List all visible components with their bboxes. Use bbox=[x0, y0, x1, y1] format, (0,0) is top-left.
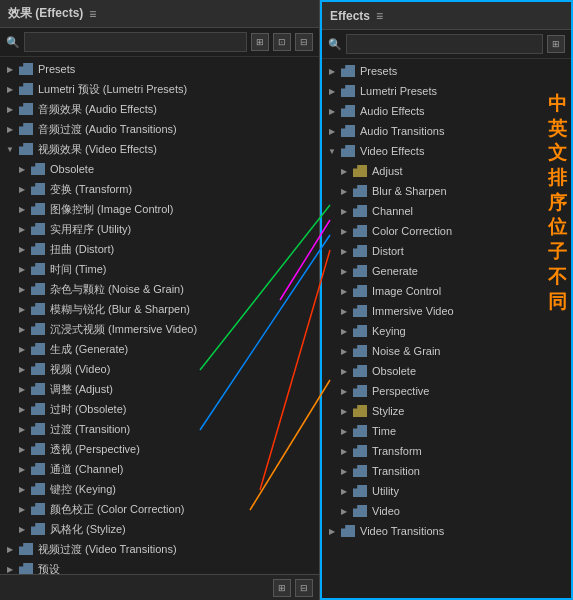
tree-item-time[interactable]: 时间 (Time) bbox=[0, 259, 319, 279]
r-tree-item-obsolete[interactable]: Obsolete bbox=[322, 361, 571, 381]
tree-item-generate[interactable]: 生成 (Generate) bbox=[0, 339, 319, 359]
folder-icon-channel bbox=[31, 463, 45, 475]
r-tree-item-audio-transitions[interactable]: Audio Transitions bbox=[322, 121, 571, 141]
item-label-distort: 扭曲 (Distort) bbox=[50, 242, 114, 257]
tree-item-video-transitions[interactable]: 视频过渡 (Video Transitions) bbox=[0, 539, 319, 559]
r-tree-item-blur-sharpen[interactable]: Blur & Sharpen bbox=[322, 181, 571, 201]
r-item-label-immersive: Immersive Video bbox=[372, 305, 454, 317]
tree-item-channel[interactable]: 通道 (Channel) bbox=[0, 459, 319, 479]
right-search-input[interactable] bbox=[346, 34, 543, 54]
tree-item-audio-effects[interactable]: 音频效果 (Audio Effects) bbox=[0, 99, 319, 119]
r-tree-item-channel[interactable]: Channel bbox=[322, 201, 571, 221]
tree-item-distort[interactable]: 扭曲 (Distort) bbox=[0, 239, 319, 259]
chevron-presets2 bbox=[4, 563, 16, 574]
right-search-bar: 🔍 ⊞ bbox=[322, 30, 571, 59]
tree-item-immersive[interactable]: 沉浸式视频 (Immersive Video) bbox=[0, 319, 319, 339]
r-item-label-color-correction: Color Correction bbox=[372, 225, 452, 237]
r-item-label-transition: Transition bbox=[372, 465, 420, 477]
left-bottom-icon-1[interactable]: ⊞ bbox=[273, 579, 291, 597]
r-tree-item-presets[interactable]: Presets bbox=[322, 61, 571, 81]
folder-icon-keying bbox=[31, 483, 45, 495]
item-label-immersive: 沉浸式视频 (Immersive Video) bbox=[50, 322, 197, 337]
r-item-label-lumetri: Lumetri Presets bbox=[360, 85, 437, 97]
tree-item-image-control[interactable]: 图像控制 (Image Control) bbox=[0, 199, 319, 219]
tree-item-obsolete[interactable]: Obsolete bbox=[0, 159, 319, 179]
item-label-obsolete: Obsolete bbox=[50, 163, 94, 175]
left-bottom-icon-2[interactable]: ⊟ bbox=[295, 579, 313, 597]
chevron-obsolete bbox=[16, 163, 28, 175]
r-chevron-color-correction bbox=[338, 225, 350, 237]
right-panel-menu-icon[interactable]: ≡ bbox=[376, 9, 383, 23]
r-tree-item-transition[interactable]: Transition bbox=[322, 461, 571, 481]
tree-item-noise-grain[interactable]: 杂色与颗粒 (Noise & Grain) bbox=[0, 279, 319, 299]
tree-item-video[interactable]: 视频 (Video) bbox=[0, 359, 319, 379]
left-toolbar-icon-1[interactable]: ⊞ bbox=[251, 33, 269, 51]
tree-item-utility[interactable]: 实用程序 (Utility) bbox=[0, 219, 319, 239]
item-label-utility: 实用程序 (Utility) bbox=[50, 222, 131, 237]
r-tree-item-lumetri[interactable]: Lumetri Presets bbox=[322, 81, 571, 101]
chinese-char-6: 位 bbox=[548, 215, 567, 240]
item-label-lumetri: Lumetri 预设 (Lumetri Presets) bbox=[38, 82, 187, 97]
chevron-distort bbox=[16, 243, 28, 255]
tree-item-transform[interactable]: 变换 (Transform) bbox=[0, 179, 319, 199]
chevron-blur-sharpen bbox=[16, 303, 28, 315]
r-item-label-obsolete: Obsolete bbox=[372, 365, 416, 377]
left-toolbar-icon-2[interactable]: ⊡ bbox=[273, 33, 291, 51]
tree-item-presets2[interactable]: 预设 bbox=[0, 559, 319, 574]
r-tree-item-video[interactable]: Video bbox=[322, 501, 571, 521]
item-label-color-correction: 颜色校正 (Color Correction) bbox=[50, 502, 184, 517]
left-effects-panel: 效果 (Effects) ≡ 🔍 ⊞ ⊡ ⊟ Presets Lumetri 预… bbox=[0, 0, 320, 600]
r-tree-item-color-correction[interactable]: Color Correction bbox=[322, 221, 571, 241]
item-label-transition: 过渡 (Transition) bbox=[50, 422, 130, 437]
tree-item-video-effects[interactable]: 视频效果 (Video Effects) bbox=[0, 139, 319, 159]
r-tree-item-distort[interactable]: Distort bbox=[322, 241, 571, 261]
r-tree-item-immersive[interactable]: Immersive Video bbox=[322, 301, 571, 321]
r-tree-item-transform[interactable]: Transform bbox=[322, 441, 571, 461]
r-item-label-channel: Channel bbox=[372, 205, 413, 217]
tree-item-color-correction[interactable]: 颜色校正 (Color Correction) bbox=[0, 499, 319, 519]
item-label-perspective: 透视 (Perspective) bbox=[50, 442, 140, 457]
r-tree-item-video-transitions[interactable]: Video Transitions bbox=[322, 521, 571, 541]
left-panel-menu-icon[interactable]: ≡ bbox=[89, 7, 96, 21]
item-label-image-control: 图像控制 (Image Control) bbox=[50, 202, 173, 217]
folder-icon-generate bbox=[31, 343, 45, 355]
item-label-presets: Presets bbox=[38, 63, 75, 75]
folder-icon-video bbox=[31, 363, 45, 375]
left-search-input[interactable] bbox=[24, 32, 247, 52]
r-tree-item-utility[interactable]: Utility bbox=[322, 481, 571, 501]
left-panel-header: 效果 (Effects) ≡ bbox=[0, 0, 319, 28]
r-chevron-video-effects bbox=[326, 145, 338, 157]
right-tree-container: Presets Lumetri Presets Audio Effects Au… bbox=[322, 59, 571, 598]
r-chevron-transform bbox=[338, 445, 350, 457]
right-toolbar-icon-1[interactable]: ⊞ bbox=[547, 35, 565, 53]
r-tree-item-keying[interactable]: Keying bbox=[322, 321, 571, 341]
r-folder-icon-generate bbox=[353, 265, 367, 277]
r-tree-item-noise-grain[interactable]: Noise & Grain bbox=[322, 341, 571, 361]
tree-item-adjust[interactable]: 调整 (Adjust) bbox=[0, 379, 319, 399]
r-tree-item-generate[interactable]: Generate bbox=[322, 261, 571, 281]
r-tree-item-perspective[interactable]: Perspective bbox=[322, 381, 571, 401]
right-search-icon: 🔍 bbox=[328, 38, 342, 51]
tree-item-audio-transitions[interactable]: 音频过渡 (Audio Transitions) bbox=[0, 119, 319, 139]
chevron-obsolete2 bbox=[16, 403, 28, 415]
r-tree-item-time[interactable]: Time bbox=[322, 421, 571, 441]
r-tree-item-adjust[interactable]: Adjust bbox=[322, 161, 571, 181]
tree-item-transition[interactable]: 过渡 (Transition) bbox=[0, 419, 319, 439]
tree-item-blur-sharpen[interactable]: 模糊与锐化 (Blur & Sharpen) bbox=[0, 299, 319, 319]
r-chevron-distort bbox=[338, 245, 350, 257]
tree-item-lumetri[interactable]: Lumetri 预设 (Lumetri Presets) bbox=[0, 79, 319, 99]
tree-item-keying[interactable]: 键控 (Keying) bbox=[0, 479, 319, 499]
r-folder-icon-distort bbox=[353, 245, 367, 257]
r-tree-item-stylize[interactable]: Stylize bbox=[322, 401, 571, 421]
r-tree-item-video-effects[interactable]: Video Effects bbox=[322, 141, 571, 161]
tree-item-presets[interactable]: Presets bbox=[0, 59, 319, 79]
tree-item-obsolete2[interactable]: 过时 (Obsolete) bbox=[0, 399, 319, 419]
r-tree-item-audio-effects[interactable]: Audio Effects bbox=[322, 101, 571, 121]
r-chevron-audio-transitions bbox=[326, 125, 338, 137]
tree-item-stylize[interactable]: 风格化 (Stylize) bbox=[0, 519, 319, 539]
chevron-video-effects bbox=[4, 143, 16, 155]
left-toolbar-icon-3[interactable]: ⊟ bbox=[295, 33, 313, 51]
tree-item-perspective[interactable]: 透视 (Perspective) bbox=[0, 439, 319, 459]
folder-icon-obsolete bbox=[31, 163, 45, 175]
r-tree-item-image-control[interactable]: Image Control bbox=[322, 281, 571, 301]
